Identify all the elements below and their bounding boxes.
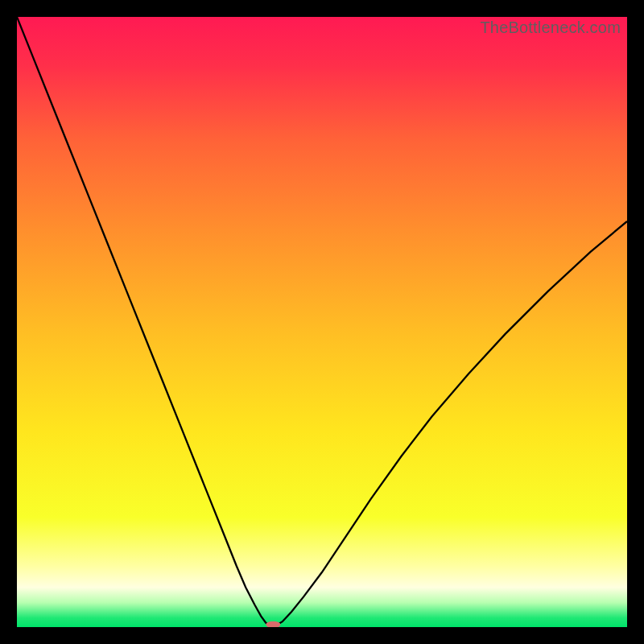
chart-frame: TheBottleneck.com [0, 0, 644, 644]
chart-plot-area: TheBottleneck.com [17, 17, 627, 627]
background-gradient [17, 17, 627, 627]
chart-svg [17, 17, 627, 627]
